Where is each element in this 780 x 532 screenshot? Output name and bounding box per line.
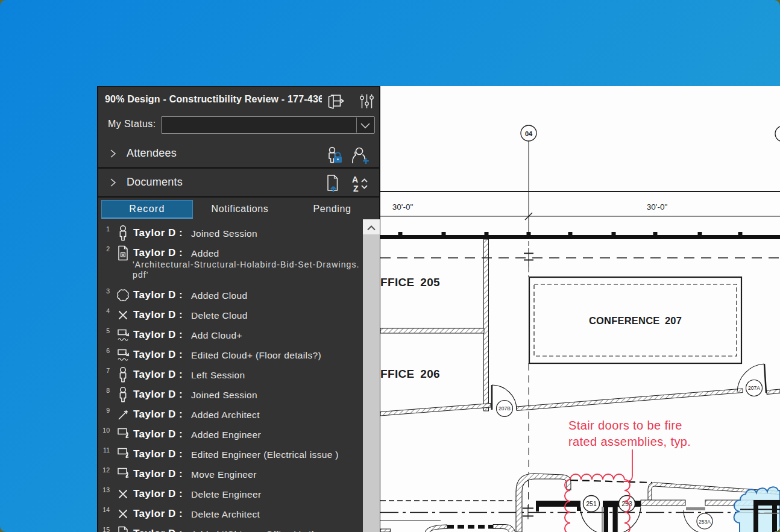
svg-text:OFFICE 206: OFFICE 206 xyxy=(380,368,440,380)
svg-text:207A: 207A xyxy=(748,385,760,391)
svg-text:207B: 207B xyxy=(499,405,511,412)
svg-text:30'-0": 30'-0" xyxy=(392,202,414,211)
svg-text:Stair doors to be fire: Stair doors to be fire xyxy=(568,419,682,432)
svg-text:Z: Z xyxy=(353,184,359,193)
svg-text:rated assemblies, typ.: rated assemblies, typ. xyxy=(568,435,691,448)
svg-text:CONFERENCE 207: CONFERENCE 207 xyxy=(589,315,682,326)
svg-text:253A: 253A xyxy=(699,519,711,525)
svg-text:251: 251 xyxy=(586,500,597,507)
svg-text:A: A xyxy=(352,175,358,184)
svg-text:04: 04 xyxy=(525,130,533,137)
svg-text:30'-0": 30'-0" xyxy=(647,202,668,211)
svg-text:OFFICE 205: OFFICE 205 xyxy=(380,276,440,289)
